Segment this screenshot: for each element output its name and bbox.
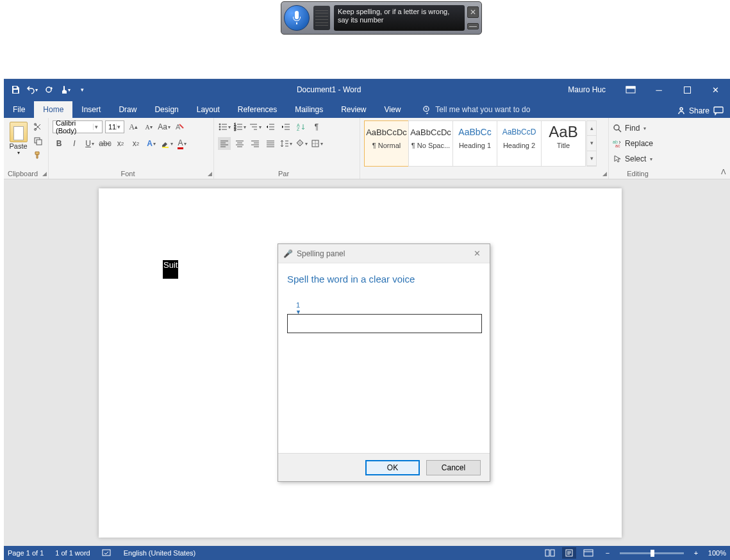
show-marks-icon[interactable]: ¶ [310, 120, 323, 133]
scroll-down-icon[interactable]: ▾ [587, 136, 596, 151]
undo-icon[interactable]: ▾ [24, 82, 40, 97]
borders-icon[interactable]: ▾ [310, 137, 323, 150]
find-button[interactable]: Find▾ [613, 122, 669, 135]
touch-mode-icon[interactable]: ▾ [58, 82, 73, 97]
text-effects-icon[interactable]: A▾ [145, 137, 158, 150]
replace-button[interactable]: abac Replace [613, 137, 669, 150]
comments-icon[interactable] [713, 106, 724, 115]
shrink-font-icon[interactable]: A▾ [142, 120, 155, 133]
dialog-launcher-icon[interactable]: ◢ [42, 170, 47, 177]
font-size-combo[interactable]: 11▾ [105, 120, 124, 133]
subscript-icon[interactable]: x2 [114, 137, 127, 150]
user-name[interactable]: Mauro Huc [568, 85, 606, 94]
language-indicator[interactable]: English (United States) [124, 549, 196, 557]
grow-font-icon[interactable]: A▴ [127, 120, 140, 133]
decrease-indent-icon[interactable] [264, 120, 277, 133]
change-case-icon[interactable]: Aa▾ [158, 120, 170, 133]
shading-icon[interactable]: ▾ [295, 137, 308, 150]
zoom-out-icon[interactable]: − [601, 547, 615, 559]
scroll-up-icon[interactable]: ▴ [587, 121, 596, 136]
close-icon[interactable]: ✕ [467, 6, 479, 18]
microphone-icon[interactable] [284, 5, 310, 31]
sort-icon[interactable]: AZ [295, 120, 308, 133]
qat-customize-icon[interactable]: ▾ [74, 82, 90, 97]
tell-me-search[interactable]: Tell me what you want to do [422, 105, 530, 118]
style-title[interactable]: AaB Title [541, 120, 586, 167]
justify-icon[interactable] [264, 137, 277, 150]
superscript-icon[interactable]: x2 [129, 137, 142, 150]
share-button[interactable]: Share [677, 106, 709, 115]
svg-point-13 [219, 124, 220, 125]
window-title: Document1 - Word [90, 85, 568, 94]
tab-mailings[interactable]: Mailings [286, 101, 332, 118]
numbering-icon[interactable]: 123▾ [233, 120, 246, 133]
clear-formatting-icon[interactable]: A [173, 120, 186, 133]
selected-text[interactable]: Suit [163, 260, 178, 279]
ok-button[interactable]: OK [365, 460, 420, 475]
font-name-combo[interactable]: Calibri (Body)▾ [53, 120, 103, 133]
bold-icon[interactable]: B [53, 137, 65, 150]
svg-text:3: 3 [234, 128, 236, 131]
increase-indent-icon[interactable] [279, 120, 292, 133]
audio-level-bars [313, 6, 330, 30]
collapse-ribbon-icon[interactable]: ᐱ [721, 168, 726, 176]
web-layout-icon[interactable] [581, 547, 595, 559]
page-indicator[interactable]: Page 1 of 1 [8, 549, 44, 557]
bullets-icon[interactable]: ▾ [218, 120, 231, 133]
save-icon[interactable] [8, 82, 23, 97]
zoom-in-icon[interactable]: + [689, 547, 703, 559]
tab-insert[interactable]: Insert [72, 101, 110, 118]
styles-scroll[interactable]: ▴ ▾ ▾ [586, 120, 597, 167]
cancel-button[interactable]: Cancel [426, 460, 481, 475]
align-center-icon[interactable] [233, 137, 246, 150]
word-count[interactable]: 1 of 1 word [55, 549, 90, 557]
dialog-titlebar[interactable]: 🎤 Spelling panel ✕ [278, 244, 490, 263]
svg-rect-2 [626, 86, 635, 88]
close-button[interactable]: ✕ [702, 79, 729, 100]
underline-icon[interactable]: U▾ [83, 137, 96, 150]
style-heading2[interactable]: AaBbCcD Heading 2 [497, 120, 542, 167]
dialog-launcher-icon[interactable]: ◢ [602, 170, 607, 177]
tab-review[interactable]: Review [332, 101, 375, 118]
font-color-icon[interactable]: A▾ [176, 137, 188, 150]
minimize-icon[interactable]: — [467, 23, 479, 29]
format-painter-icon[interactable] [31, 150, 44, 160]
style-no-spacing[interactable]: AaBbCcDc ¶ No Spac... [408, 120, 453, 167]
group-label: Par [214, 170, 353, 177]
style-heading1[interactable]: AaBbCc Heading 1 [452, 120, 497, 167]
multilevel-list-icon[interactable]: ▾ [249, 120, 261, 133]
copy-icon[interactable] [31, 136, 44, 146]
tab-design[interactable]: Design [145, 101, 187, 118]
tab-draw[interactable]: Draw [110, 101, 145, 118]
maximize-button[interactable] [674, 79, 701, 100]
tab-view[interactable]: View [376, 101, 410, 118]
zoom-level[interactable]: 100% [708, 549, 726, 557]
style-normal[interactable]: AaBbCcDc ¶ Normal [364, 120, 409, 167]
tab-layout[interactable]: Layout [188, 101, 229, 118]
styles-expand-icon[interactable]: ▾ [587, 151, 596, 166]
strikethrough-icon[interactable]: abc [99, 137, 112, 150]
cut-icon[interactable] [31, 122, 44, 132]
word-window: ▾ ▾ ▾ Document1 - Word Mauro Huc ─ ✕ Fil… [4, 79, 730, 560]
zoom-slider[interactable] [620, 552, 684, 554]
tab-file[interactable]: File [4, 101, 34, 118]
paste-button[interactable]: Paste ▾ [8, 120, 29, 167]
redo-icon[interactable] [41, 82, 56, 97]
close-icon[interactable]: ✕ [469, 246, 485, 261]
read-mode-icon[interactable] [543, 547, 557, 559]
tab-references[interactable]: References [229, 101, 286, 118]
align-right-icon[interactable] [249, 137, 261, 150]
print-layout-icon[interactable] [562, 547, 576, 559]
dialog-launcher-icon[interactable]: ◢ [208, 170, 212, 177]
italic-icon[interactable]: I [68, 137, 81, 150]
tab-home[interactable]: Home [34, 101, 72, 118]
highlight-icon[interactable]: ▾ [160, 137, 173, 150]
ribbon-display-icon[interactable] [617, 79, 644, 100]
line-spacing-icon[interactable]: ▾ [279, 137, 292, 150]
spelling-input[interactable] [287, 314, 482, 333]
align-left-icon[interactable] [218, 137, 231, 150]
select-button[interactable]: Select▾ [613, 152, 669, 165]
spellcheck-icon[interactable] [102, 548, 112, 557]
minimize-button[interactable]: ─ [645, 79, 672, 100]
svg-rect-10 [37, 140, 42, 145]
